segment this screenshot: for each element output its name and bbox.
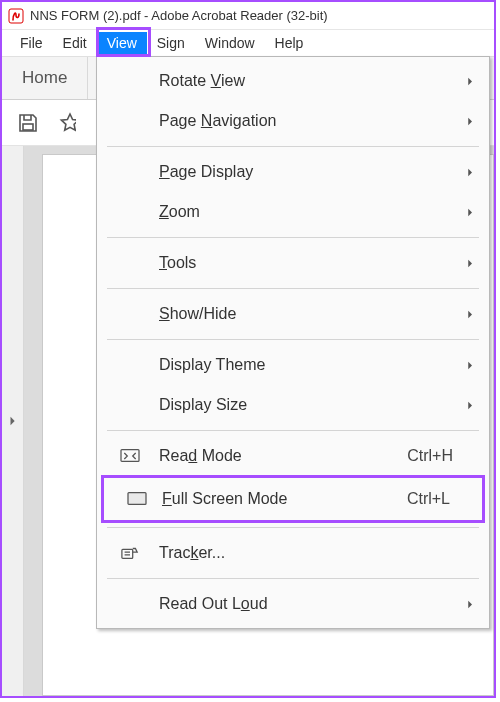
menu-separator [107,578,479,579]
menu-separator [107,288,479,289]
menu-item-label: Full Screen Mode [162,490,287,507]
submenu-arrow-icon [466,72,475,90]
window-title: NNS FORM (2).pdf - Adobe Acrobat Reader … [30,8,328,23]
adobe-reader-window: NNS FORM (2).pdf - Adobe Acrobat Reader … [0,0,496,698]
menu-item-tracker[interactable]: Tracker... [97,533,489,573]
menu-item-display-size[interactable]: Display Size [97,385,489,425]
svg-rect-4 [122,549,133,558]
menu-item-tools[interactable]: Tools [97,243,489,283]
menu-item-label: Page Navigation [159,112,276,129]
svg-rect-3 [128,493,146,505]
menu-item-shortcut: Ctrl+H [407,447,453,465]
menu-item-show-hide[interactable]: Show/Hide [97,294,489,334]
menu-item-label: Display Size [159,396,453,414]
star-icon[interactable] [58,111,76,135]
save-icon[interactable] [16,111,40,135]
menu-item-zoom[interactable]: Zoom [97,192,489,232]
full-screen-icon [126,490,148,508]
menu-item-label: Tools [159,254,196,271]
menu-item-label: Read Out Loud [159,595,268,612]
menu-item-read-mode[interactable]: Read Mode Ctrl+H [97,436,489,476]
menu-item-label: Display Theme [159,356,453,374]
menu-item-label: Rotate View [159,72,245,89]
menu-item-read-out-loud[interactable]: Read Out Loud [97,584,489,624]
menu-item-label: Zoom [159,203,200,220]
menu-item-label: Show/Hide [159,305,236,322]
menu-separator [107,527,479,528]
svg-rect-2 [121,450,139,462]
menu-item-rotate-view[interactable]: Rotate View [97,61,489,101]
tab-home[interactable]: Home [2,57,88,99]
menu-item-page-display[interactable]: Page Display [97,152,489,192]
menu-help[interactable]: Help [265,32,314,54]
menu-separator [107,339,479,340]
read-mode-icon [119,447,141,465]
side-panel-toggle[interactable] [2,146,24,696]
menu-item-shortcut: Ctrl+L [407,490,450,508]
svg-rect-1 [23,124,33,130]
menu-file[interactable]: File [10,32,53,54]
menu-item-page-navigation[interactable]: Page Navigation [97,101,489,141]
submenu-arrow-icon [466,254,475,272]
menu-sign[interactable]: Sign [147,32,195,54]
menu-view[interactable]: View [97,32,147,54]
menubar: File Edit View Sign Window Help [2,30,494,56]
tracker-icon [119,544,141,562]
menu-separator [107,237,479,238]
submenu-arrow-icon [466,396,475,414]
menu-item-display-theme[interactable]: Display Theme [97,345,489,385]
menu-separator [107,146,479,147]
submenu-arrow-icon [466,112,475,130]
submenu-arrow-icon [466,305,475,323]
submenu-arrow-icon [466,356,475,374]
view-menu-dropdown: Rotate View Page Navigation Page Display… [96,56,490,629]
menu-edit[interactable]: Edit [53,32,97,54]
menu-item-label: Page Display [159,163,253,180]
tab-home-label: Home [22,68,67,88]
menu-separator [107,430,479,431]
menu-item-label: Tracker... [159,544,225,561]
submenu-arrow-icon [466,595,475,613]
menu-item-full-screen-mode[interactable]: Full Screen Mode Ctrl+L [101,475,485,523]
menu-item-label: Read Mode [159,447,242,464]
menu-window[interactable]: Window [195,32,265,54]
submenu-arrow-icon [466,203,475,221]
acrobat-icon [8,8,24,24]
submenu-arrow-icon [466,163,475,181]
titlebar: NNS FORM (2).pdf - Adobe Acrobat Reader … [2,2,494,30]
